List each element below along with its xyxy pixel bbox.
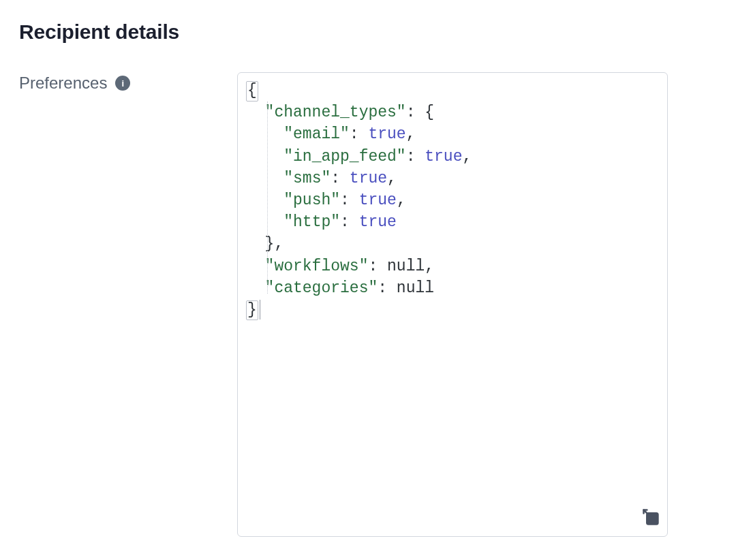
preferences-json-editor[interactable]: { "channel_types": { "email": true, "in_…: [237, 72, 668, 537]
code-block[interactable]: { "channel_types": { "email": true, "in_…: [246, 80, 659, 321]
prop-sms: "sms": [283, 170, 331, 187]
text-cursor: [260, 300, 260, 320]
info-icon[interactable]: i: [115, 76, 130, 91]
channel-types-close: },: [265, 235, 284, 253]
prop-email: "email": [283, 125, 350, 143]
section-title: Recipient details: [19, 20, 717, 44]
val-push: true: [359, 191, 397, 209]
resize-handle-icon[interactable]: [641, 508, 660, 527]
val-email: true: [368, 125, 405, 143]
preferences-label: Preferences: [19, 74, 107, 93]
prop-workflows: "workflows": [265, 258, 369, 275]
prop-channel-types: "channel_types": [265, 104, 406, 121]
close-brace: }: [246, 300, 258, 321]
val-workflows: null: [387, 258, 425, 275]
open-brace: {: [246, 81, 258, 102]
val-in-app-feed: true: [425, 148, 462, 166]
prop-push: "push": [283, 191, 340, 209]
val-http: true: [359, 213, 397, 231]
preferences-row: Preferences i { "channel_types": { "emai…: [19, 72, 717, 537]
prop-categories: "categories": [265, 279, 378, 297]
val-sms: true: [350, 170, 387, 187]
prop-in-app-feed: "in_app_feed": [283, 148, 405, 166]
prop-http: "http": [283, 213, 340, 231]
val-categories: null: [397, 279, 434, 297]
